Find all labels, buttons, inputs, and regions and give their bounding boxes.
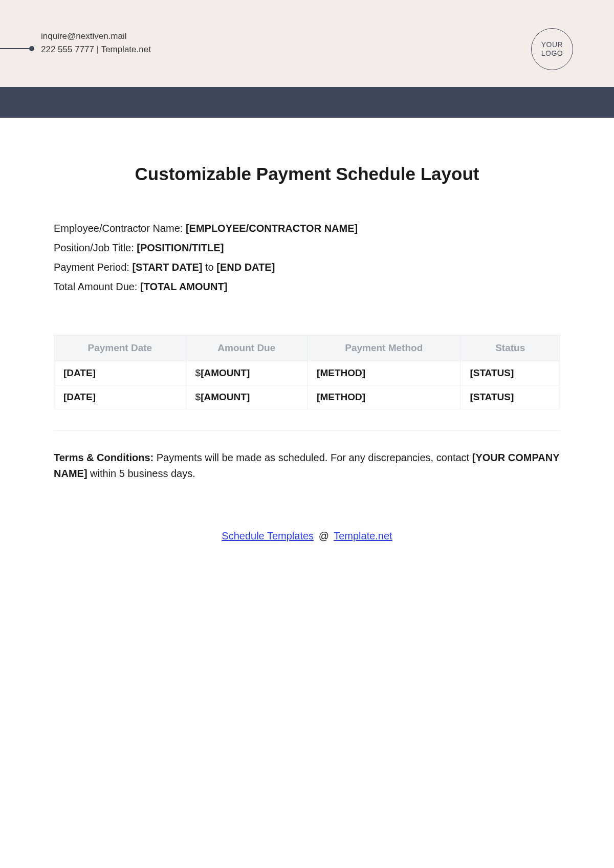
logo-text-line1: YOUR	[541, 40, 563, 49]
header-bar	[0, 87, 614, 118]
footer-at: @	[317, 530, 331, 541]
terms-text1: Payments will be made as scheduled. For …	[157, 452, 472, 463]
col-status: Status	[461, 335, 560, 361]
payment-table-container: Payment Date Amount Due Payment Method S…	[54, 335, 560, 409]
section-divider	[54, 430, 560, 430]
link-template-net[interactable]: Template.net	[334, 530, 392, 541]
terms-conditions: Terms & Conditions: Payments will be mad…	[54, 450, 560, 482]
value-period-start: [START DATE]	[132, 262, 202, 273]
table-row: [DATE] $[AMOUNT] [METHOD] [STATUS]	[54, 385, 560, 409]
logo-placeholder: YOUR LOGO	[531, 28, 573, 70]
info-fields: Employee/Contractor Name: [EMPLOYEE/CONT…	[54, 220, 560, 295]
field-employee-name: Employee/Contractor Name: [EMPLOYEE/CONT…	[54, 220, 560, 236]
table-header-row: Payment Date Amount Due Payment Method S…	[54, 335, 560, 361]
label-total: Total Amount Due:	[54, 281, 140, 292]
decorative-line-dot	[0, 48, 32, 49]
cell-method: [METHOD]	[308, 361, 461, 385]
logo-text-line2: LOGO	[541, 49, 563, 58]
cell-method: [METHOD]	[308, 385, 461, 409]
field-payment-period: Payment Period: [START DATE] to [END DAT…	[54, 259, 560, 275]
page-title: Customizable Payment Schedule Layout	[54, 164, 560, 184]
field-position: Position/Job Title: [POSITION/TITLE]	[54, 240, 560, 256]
value-total: [TOTAL AMOUNT]	[140, 281, 227, 292]
label-period-to: to	[202, 262, 216, 273]
cell-date: [DATE]	[54, 361, 186, 385]
cell-amount: $[AMOUNT]	[186, 385, 307, 409]
value-employee-name: [EMPLOYEE/CONTRACTOR NAME]	[186, 223, 358, 234]
value-period-end: [END DATE]	[216, 262, 275, 273]
contact-phone-site: 222 555 7777 | Template.net	[41, 43, 573, 56]
label-period: Payment Period:	[54, 262, 132, 273]
amount-prefix: $	[195, 367, 201, 378]
cell-amount: $[AMOUNT]	[186, 361, 307, 385]
cell-status: [STATUS]	[461, 385, 560, 409]
link-schedule-templates[interactable]: Schedule Templates	[222, 530, 314, 541]
contact-email: inquire@nextiven.mail	[41, 30, 573, 43]
letterhead-top: inquire@nextiven.mail 222 555 7777 | Tem…	[0, 0, 614, 87]
document-content: Customizable Payment Schedule Layout Emp…	[0, 118, 614, 542]
cell-status: [STATUS]	[461, 361, 560, 385]
cell-date: [DATE]	[54, 385, 186, 409]
footer-links: Schedule Templates @ Template.net	[54, 530, 560, 542]
amount-value: [AMOUNT]	[201, 392, 250, 402]
col-payment-method: Payment Method	[308, 335, 461, 361]
label-employee-name: Employee/Contractor Name:	[54, 223, 186, 234]
field-total-amount: Total Amount Due: [TOTAL AMOUNT]	[54, 278, 560, 295]
terms-label: Terms & Conditions:	[54, 452, 157, 463]
col-payment-date: Payment Date	[54, 335, 186, 361]
value-position: [POSITION/TITLE]	[137, 242, 224, 253]
label-position: Position/Job Title:	[54, 242, 137, 253]
col-amount-due: Amount Due	[186, 335, 307, 361]
amount-value: [AMOUNT]	[201, 367, 250, 378]
amount-prefix: $	[195, 392, 201, 402]
contact-info: inquire@nextiven.mail 222 555 7777 | Tem…	[41, 30, 573, 57]
table-row: [DATE] $[AMOUNT] [METHOD] [STATUS]	[54, 361, 560, 385]
terms-text2: within 5 business days.	[87, 468, 195, 479]
payment-table: Payment Date Amount Due Payment Method S…	[54, 335, 560, 409]
